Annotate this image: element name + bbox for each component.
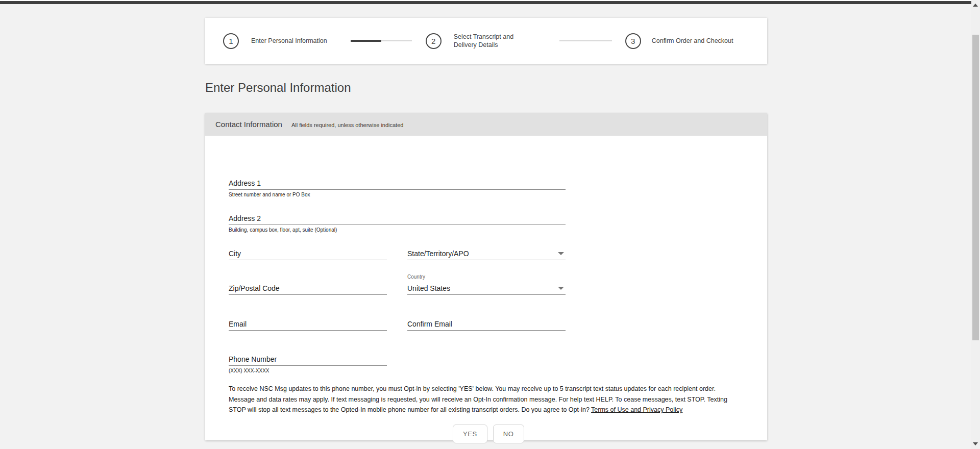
step-2-indicator: 2 xyxy=(426,33,442,49)
stepper-connector-1 xyxy=(351,40,412,42)
phone-helper: (XXX) XXX-XXXX xyxy=(229,368,387,373)
stepper: 1 Enter Personal Information 2 Select Tr… xyxy=(205,18,767,64)
step-1-label: Enter Personal Information xyxy=(251,37,327,45)
zip-placeholder: Zip/Postal Code xyxy=(229,284,280,293)
city-input[interactable]: City xyxy=(229,249,387,260)
dropdown-caret-icon xyxy=(558,252,564,255)
contact-information-card: Contact Information All fields required,… xyxy=(205,113,767,440)
phone-placeholder: Phone Number xyxy=(229,355,277,364)
address1-field: Address 1 Street number and name or PO B… xyxy=(229,179,566,197)
step-3: 3 Confirm Order and Checkout xyxy=(625,33,733,49)
step-1-indicator: 1 xyxy=(223,33,239,49)
vertical-scrollbar[interactable] xyxy=(971,0,980,449)
stepper-connector-2 xyxy=(559,40,612,41)
address2-input[interactable]: Address 2 xyxy=(229,214,566,225)
address2-helper: Building, campus box, floor, apt, suite … xyxy=(229,227,566,233)
optin-yes-button[interactable]: YES xyxy=(453,425,487,443)
confirm-email-field: Confirm Email xyxy=(407,319,566,331)
section-note: All fields required, unless otherwise in… xyxy=(291,122,404,128)
contact-information-body: Address 1 Street number and name or PO B… xyxy=(205,136,767,440)
step-3-label: Confirm Order and Checkout xyxy=(652,37,733,45)
email-field: Email xyxy=(229,319,387,331)
state-field: State/Territory/APO xyxy=(407,249,566,260)
top-border-bar xyxy=(0,1,971,4)
contact-information-header: Contact Information All fields required,… xyxy=(205,113,767,136)
step-3-indicator: 3 xyxy=(625,33,641,49)
optin-disclaimer: To receive NSC Msg updates to this phone… xyxy=(229,384,729,415)
address1-input[interactable]: Address 1 xyxy=(229,179,566,190)
optin-buttons: YES NO xyxy=(453,425,524,443)
city-placeholder: City xyxy=(229,250,241,258)
zip-input[interactable]: Zip/Postal Code xyxy=(229,284,387,295)
terms-privacy-link[interactable]: Terms of Use and Privacy Policy xyxy=(591,406,682,413)
country-field: United States xyxy=(407,284,566,295)
address2-placeholder: Address 2 xyxy=(229,214,261,223)
phone-field: Phone Number (XXX) XXX-XXXX xyxy=(229,355,387,373)
section-title: Contact Information xyxy=(215,120,282,129)
phone-input[interactable]: Phone Number xyxy=(229,355,387,366)
address2-field: Address 2 Building, campus box, floor, a… xyxy=(229,214,566,233)
step-2: 2 Select Transcript and Delivery Details xyxy=(426,33,535,49)
state-placeholder: State/Territory/APO xyxy=(407,250,469,258)
email-input[interactable]: Email xyxy=(229,319,387,331)
scrollbar-down-arrow-icon[interactable] xyxy=(973,442,978,445)
step-3-number: 3 xyxy=(631,37,635,45)
scrollbar-thumb[interactable] xyxy=(972,35,979,340)
step-1-number: 1 xyxy=(229,37,233,45)
step-2-number: 2 xyxy=(431,37,435,45)
step-1: 1 Enter Personal Information xyxy=(223,33,327,49)
optin-no-button[interactable]: NO xyxy=(493,425,524,443)
zip-field: Zip/Postal Code xyxy=(229,284,387,295)
confirm-email-placeholder: Confirm Email xyxy=(407,320,452,329)
step-2-label: Select Transcript and Delivery Details xyxy=(454,33,535,49)
address1-placeholder: Address 1 xyxy=(229,179,261,188)
email-placeholder: Email xyxy=(229,320,247,329)
scrollbar-up-arrow-icon[interactable] xyxy=(973,4,978,7)
stepper-progress-empty xyxy=(381,40,412,41)
state-select[interactable]: State/Territory/APO xyxy=(407,249,566,260)
country-label: Country xyxy=(407,274,425,280)
city-field: City xyxy=(229,249,387,260)
page-title: Enter Personal Information xyxy=(205,81,351,95)
stepper-progress-filled xyxy=(351,40,381,42)
address1-helper: Street number and name or PO Box xyxy=(229,192,566,197)
country-value: United States xyxy=(407,284,450,293)
country-select[interactable]: United States xyxy=(407,284,566,295)
stepper-progress-empty xyxy=(559,40,612,41)
dropdown-caret-icon xyxy=(558,287,564,290)
confirm-email-input[interactable]: Confirm Email xyxy=(407,319,566,331)
